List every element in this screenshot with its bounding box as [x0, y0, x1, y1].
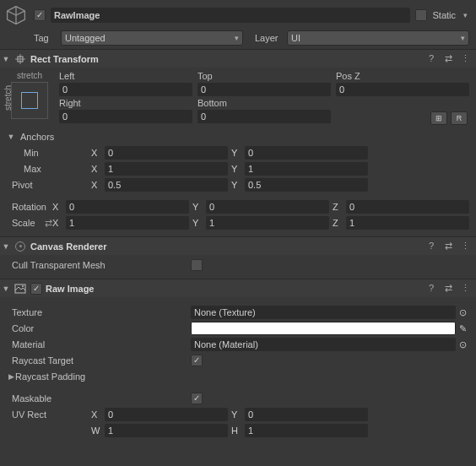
gameobject-icon[interactable]	[3, 3, 29, 28]
gameobject-name-input[interactable]	[51, 8, 410, 23]
color-picker-icon[interactable]: ✎	[456, 323, 469, 334]
raw-image-enabled-checkbox[interactable]	[30, 283, 42, 295]
rotation-label: Rotation	[7, 202, 52, 212]
anchor-max-y[interactable]	[245, 162, 368, 176]
anchor-max-x[interactable]	[105, 162, 228, 176]
scale-link-icon[interactable]: ⇄	[45, 218, 52, 229]
uvrect-label: UV Rect	[7, 409, 91, 420]
uvrect-w[interactable]	[105, 424, 228, 437]
menu-icon[interactable]: ⋮	[459, 53, 471, 64]
top-label: Top	[197, 71, 331, 81]
rect-transform-header[interactable]: ▼ Rect Transform ? ⇄ ⋮	[0, 49, 476, 68]
anchor-max-label: Max	[7, 164, 91, 174]
right-label: Right	[59, 98, 192, 108]
scale-x[interactable]	[66, 216, 189, 230]
cull-transparent-label: Cull Transparent Mesh	[7, 260, 191, 270]
raw-image-body: Texture None (Texture) ⊙ Color ✎ Materia…	[0, 297, 476, 444]
raw-edit-button[interactable]: R	[451, 111, 468, 125]
raycast-target-label: Raycast Target	[7, 355, 191, 366]
raycast-target-checkbox[interactable]	[191, 355, 203, 366]
menu-icon[interactable]: ⋮	[459, 241, 471, 252]
raw-image-header[interactable]: ▼ Raw Image ? ⇄ ⋮	[0, 279, 476, 297]
color-field[interactable]	[191, 322, 456, 335]
presets-icon[interactable]: ⇄	[442, 241, 454, 252]
pivot-y[interactable]	[245, 178, 368, 192]
layer-dropdown[interactable]: UI	[287, 30, 469, 46]
tag-label: Tag	[34, 33, 56, 43]
foldout-icon[interactable]: ▼	[2, 284, 10, 293]
help-icon[interactable]: ?	[425, 241, 437, 252]
right-input[interactable]	[59, 110, 192, 123]
static-checkbox[interactable]	[415, 9, 427, 21]
help-icon[interactable]: ?	[425, 53, 437, 64]
raw-image-title: Raw Image	[46, 284, 422, 294]
static-label: Static	[432, 10, 456, 20]
rect-transform-icon	[14, 52, 27, 66]
anchor-label-v: stretch	[3, 85, 13, 111]
anchor-preset-button[interactable]: stretch stretch	[7, 71, 52, 125]
uvrect-y[interactable]	[245, 408, 368, 421]
scale-y[interactable]	[206, 216, 329, 230]
foldout-icon[interactable]: ▼	[2, 242, 10, 251]
canvas-renderer-body: Cull Transparent Mesh	[0, 255, 476, 279]
raycast-padding-label: Raycast Padding	[15, 371, 199, 382]
pivot-x[interactable]	[105, 178, 228, 192]
bottom-input[interactable]	[197, 110, 331, 123]
rect-transform-fields: ▼ Anchors Min XY Max XY Pivot XY Rotatio…	[0, 127, 476, 236]
presets-icon[interactable]: ⇄	[442, 283, 454, 294]
canvas-renderer-icon	[14, 240, 27, 253]
anchor-min-y[interactable]	[245, 146, 368, 160]
raw-image-icon	[14, 282, 27, 295]
material-field[interactable]: None (Material)	[191, 338, 456, 351]
scale-label: Scale⇄	[7, 218, 52, 229]
left-label: Left	[59, 71, 192, 81]
anchor-label-h: stretch	[7, 71, 52, 80]
tag-layer-row: Tag Untagged Layer UI	[0, 27, 476, 49]
bottom-label: Bottom	[197, 98, 331, 108]
raycast-padding-foldout-icon[interactable]: ▶	[7, 372, 15, 381]
anchor-min-label: Min	[7, 148, 91, 158]
anchors-foldout-icon[interactable]: ▼	[7, 133, 15, 141]
layer-label: Layer	[248, 33, 282, 43]
menu-icon[interactable]: ⋮	[459, 283, 471, 294]
material-label: Material	[7, 339, 191, 350]
rotation-x[interactable]	[66, 200, 189, 214]
uvrect-h[interactable]	[245, 424, 368, 437]
uvrect-x[interactable]	[105, 408, 228, 421]
pivot-label: Pivot	[7, 180, 91, 190]
anchor-min-x[interactable]	[105, 146, 228, 160]
gameobject-enabled-checkbox[interactable]	[34, 9, 46, 21]
tag-dropdown[interactable]: Untagged	[61, 30, 243, 46]
cull-transparent-checkbox[interactable]	[191, 259, 203, 271]
help-icon[interactable]: ?	[425, 283, 437, 294]
maskable-checkbox[interactable]	[191, 393, 203, 404]
foldout-icon[interactable]: ▼	[2, 55, 10, 63]
scale-z[interactable]	[346, 216, 469, 230]
maskable-label: Maskable	[7, 393, 191, 404]
object-picker-icon[interactable]: ⊙	[456, 339, 469, 350]
texture-field[interactable]: None (Texture)	[191, 306, 456, 319]
object-picker-icon[interactable]: ⊙	[456, 307, 469, 318]
rect-transform-title: Rect Transform	[30, 54, 422, 64]
texture-label: Texture	[7, 307, 191, 317]
canvas-renderer-title: Canvas Renderer	[30, 241, 422, 252]
top-input[interactable]	[197, 83, 331, 96]
blueprint-mode-button[interactable]: ⊞	[430, 111, 447, 125]
static-dropdown-icon[interactable]: ▾	[461, 11, 469, 19]
posz-input[interactable]	[336, 83, 469, 96]
gameobject-header: Static ▾	[0, 0, 476, 27]
canvas-renderer-header[interactable]: ▼ Canvas Renderer ? ⇄ ⋮	[0, 236, 476, 255]
rotation-z[interactable]	[346, 200, 469, 214]
color-label: Color	[7, 323, 191, 333]
anchors-label: Anchors	[15, 132, 199, 142]
posz-label: Pos Z	[336, 71, 469, 81]
left-input[interactable]	[59, 83, 192, 96]
svg-point-2	[22, 285, 24, 287]
rotation-y[interactable]	[206, 200, 329, 214]
rect-transform-body: stretch stretch Left Right Top Bottom Po…	[0, 68, 476, 127]
presets-icon[interactable]: ⇄	[442, 53, 454, 64]
